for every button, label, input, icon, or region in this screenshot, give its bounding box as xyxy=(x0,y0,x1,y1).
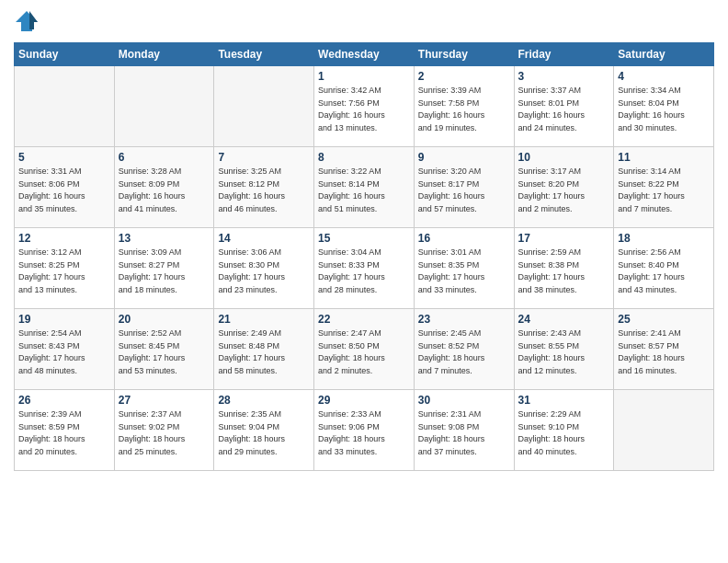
calendar-cell: 4Sunrise: 3:34 AM Sunset: 8:04 PM Daylig… xyxy=(614,66,714,147)
day-number: 11 xyxy=(618,151,710,164)
calendar-cell: 27Sunrise: 2:37 AM Sunset: 9:02 PM Dayli… xyxy=(114,390,214,471)
page: SundayMondayTuesdayWednesdayThursdayFrid… xyxy=(0,0,728,480)
day-number: 27 xyxy=(119,394,210,407)
calendar-week-1: 1Sunrise: 3:42 AM Sunset: 7:56 PM Daylig… xyxy=(15,66,714,147)
calendar-cell xyxy=(614,390,714,471)
logo-icon xyxy=(14,9,40,35)
day-number: 22 xyxy=(318,313,410,326)
calendar-cell: 18Sunrise: 2:56 AM Sunset: 8:40 PM Dayli… xyxy=(614,228,714,309)
day-info: Sunrise: 3:04 AM Sunset: 8:33 PM Dayligh… xyxy=(318,247,410,296)
day-info: Sunrise: 3:17 AM Sunset: 8:20 PM Dayligh… xyxy=(518,166,610,215)
calendar-cell: 12Sunrise: 3:12 AM Sunset: 8:25 PM Dayli… xyxy=(15,228,115,309)
day-number: 18 xyxy=(618,232,710,245)
day-info: Sunrise: 2:33 AM Sunset: 9:06 PM Dayligh… xyxy=(318,408,410,458)
day-info: Sunrise: 2:45 AM Sunset: 8:52 PM Dayligh… xyxy=(418,327,510,377)
calendar-cell: 14Sunrise: 3:06 AM Sunset: 8:30 PM Dayli… xyxy=(214,228,314,309)
calendar-cell: 16Sunrise: 3:01 AM Sunset: 8:35 PM Dayli… xyxy=(414,228,514,309)
day-info: Sunrise: 3:09 AM Sunset: 8:27 PM Dayligh… xyxy=(119,247,210,296)
calendar-cell: 28Sunrise: 2:35 AM Sunset: 9:04 PM Dayli… xyxy=(214,390,314,471)
calendar-cell: 11Sunrise: 3:14 AM Sunset: 8:22 PM Dayli… xyxy=(614,147,714,228)
day-info: Sunrise: 3:39 AM Sunset: 7:58 PM Dayligh… xyxy=(418,85,510,134)
calendar-cell: 1Sunrise: 3:42 AM Sunset: 7:56 PM Daylig… xyxy=(314,66,415,147)
day-info: Sunrise: 3:31 AM Sunset: 8:06 PM Dayligh… xyxy=(18,166,110,215)
col-header-sunday: Sunday xyxy=(15,43,115,66)
day-info: Sunrise: 3:25 AM Sunset: 8:12 PM Dayligh… xyxy=(218,166,310,215)
day-number: 16 xyxy=(418,232,510,245)
calendar-cell: 29Sunrise: 2:33 AM Sunset: 9:06 PM Dayli… xyxy=(314,390,415,471)
day-number: 24 xyxy=(518,313,610,326)
day-number: 15 xyxy=(318,232,410,245)
day-number: 21 xyxy=(218,313,310,326)
day-number: 12 xyxy=(18,232,110,245)
col-header-thursday: Thursday xyxy=(414,43,514,66)
day-info: Sunrise: 2:43 AM Sunset: 8:55 PM Dayligh… xyxy=(518,327,610,377)
day-number: 10 xyxy=(518,151,610,164)
calendar-cell: 2Sunrise: 3:39 AM Sunset: 7:58 PM Daylig… xyxy=(414,66,514,147)
day-number: 20 xyxy=(119,313,210,326)
calendar-week-2: 5Sunrise: 3:31 AM Sunset: 8:06 PM Daylig… xyxy=(15,147,714,228)
calendar-cell: 7Sunrise: 3:25 AM Sunset: 8:12 PM Daylig… xyxy=(214,147,314,228)
col-header-tuesday: Tuesday xyxy=(214,43,314,66)
calendar-cell xyxy=(15,66,115,147)
day-number: 8 xyxy=(318,151,410,164)
calendar-cell xyxy=(214,66,314,147)
calendar-cell: 21Sunrise: 2:49 AM Sunset: 8:48 PM Dayli… xyxy=(214,309,314,390)
day-number: 4 xyxy=(618,70,710,83)
calendar-week-4: 19Sunrise: 2:54 AM Sunset: 8:43 PM Dayli… xyxy=(15,309,714,390)
calendar-cell: 25Sunrise: 2:41 AM Sunset: 8:57 PM Dayli… xyxy=(614,309,714,390)
day-number: 7 xyxy=(218,151,310,164)
day-info: Sunrise: 3:20 AM Sunset: 8:17 PM Dayligh… xyxy=(418,166,510,215)
day-info: Sunrise: 2:35 AM Sunset: 9:04 PM Dayligh… xyxy=(218,408,310,458)
day-number: 17 xyxy=(518,232,610,245)
day-number: 14 xyxy=(218,232,310,245)
day-number: 3 xyxy=(518,70,610,83)
calendar-cell: 20Sunrise: 2:52 AM Sunset: 8:45 PM Dayli… xyxy=(114,309,214,390)
day-number: 23 xyxy=(418,313,510,326)
day-info: Sunrise: 2:56 AM Sunset: 8:40 PM Dayligh… xyxy=(618,247,710,296)
calendar-cell: 31Sunrise: 2:29 AM Sunset: 9:10 PM Dayli… xyxy=(514,390,614,471)
calendar-cell: 15Sunrise: 3:04 AM Sunset: 8:33 PM Dayli… xyxy=(314,228,415,309)
day-info: Sunrise: 2:59 AM Sunset: 8:38 PM Dayligh… xyxy=(518,247,610,296)
calendar-week-3: 12Sunrise: 3:12 AM Sunset: 8:25 PM Dayli… xyxy=(15,228,714,309)
day-number: 9 xyxy=(418,151,510,164)
calendar-header-row: SundayMondayTuesdayWednesdayThursdayFrid… xyxy=(15,43,714,66)
calendar-cell: 3Sunrise: 3:37 AM Sunset: 8:01 PM Daylig… xyxy=(514,66,614,147)
col-header-saturday: Saturday xyxy=(614,43,714,66)
calendar-cell: 23Sunrise: 2:45 AM Sunset: 8:52 PM Dayli… xyxy=(414,309,514,390)
calendar-cell: 10Sunrise: 3:17 AM Sunset: 8:20 PM Dayli… xyxy=(514,147,614,228)
day-info: Sunrise: 2:37 AM Sunset: 9:02 PM Dayligh… xyxy=(119,408,210,458)
day-info: Sunrise: 3:01 AM Sunset: 8:35 PM Dayligh… xyxy=(418,247,510,296)
calendar-cell: 22Sunrise: 2:47 AM Sunset: 8:50 PM Dayli… xyxy=(314,309,415,390)
calendar-cell: 13Sunrise: 3:09 AM Sunset: 8:27 PM Dayli… xyxy=(114,228,214,309)
svg-marker-1 xyxy=(29,11,38,29)
day-number: 25 xyxy=(618,313,710,326)
day-info: Sunrise: 2:54 AM Sunset: 8:43 PM Dayligh… xyxy=(18,327,110,377)
day-info: Sunrise: 3:34 AM Sunset: 8:04 PM Dayligh… xyxy=(618,85,710,134)
day-number: 29 xyxy=(318,394,410,407)
day-number: 31 xyxy=(518,394,610,407)
day-info: Sunrise: 2:41 AM Sunset: 8:57 PM Dayligh… xyxy=(618,327,710,377)
day-info: Sunrise: 3:22 AM Sunset: 8:14 PM Dayligh… xyxy=(318,166,410,215)
col-header-wednesday: Wednesday xyxy=(314,43,415,66)
calendar-cell: 30Sunrise: 2:31 AM Sunset: 9:08 PM Dayli… xyxy=(414,390,514,471)
day-number: 13 xyxy=(119,232,210,245)
day-info: Sunrise: 3:06 AM Sunset: 8:30 PM Dayligh… xyxy=(218,247,310,296)
day-number: 28 xyxy=(218,394,310,407)
col-header-friday: Friday xyxy=(514,43,614,66)
day-number: 2 xyxy=(418,70,510,83)
day-info: Sunrise: 2:47 AM Sunset: 8:50 PM Dayligh… xyxy=(318,327,410,377)
calendar-cell: 5Sunrise: 3:31 AM Sunset: 8:06 PM Daylig… xyxy=(15,147,115,228)
calendar-cell: 8Sunrise: 3:22 AM Sunset: 8:14 PM Daylig… xyxy=(314,147,415,228)
day-info: Sunrise: 2:49 AM Sunset: 8:48 PM Dayligh… xyxy=(218,327,310,377)
day-number: 6 xyxy=(119,151,210,164)
day-info: Sunrise: 3:37 AM Sunset: 8:01 PM Dayligh… xyxy=(518,85,610,134)
day-info: Sunrise: 2:31 AM Sunset: 9:08 PM Dayligh… xyxy=(418,408,510,458)
calendar-cell xyxy=(114,66,214,147)
header xyxy=(14,9,714,35)
col-header-monday: Monday xyxy=(114,43,214,66)
calendar-cell: 9Sunrise: 3:20 AM Sunset: 8:17 PM Daylig… xyxy=(414,147,514,228)
day-info: Sunrise: 3:28 AM Sunset: 8:09 PM Dayligh… xyxy=(119,166,210,215)
calendar: SundayMondayTuesdayWednesdayThursdayFrid… xyxy=(14,42,714,471)
calendar-cell: 19Sunrise: 2:54 AM Sunset: 8:43 PM Dayli… xyxy=(15,309,115,390)
day-info: Sunrise: 3:12 AM Sunset: 8:25 PM Dayligh… xyxy=(18,247,110,296)
